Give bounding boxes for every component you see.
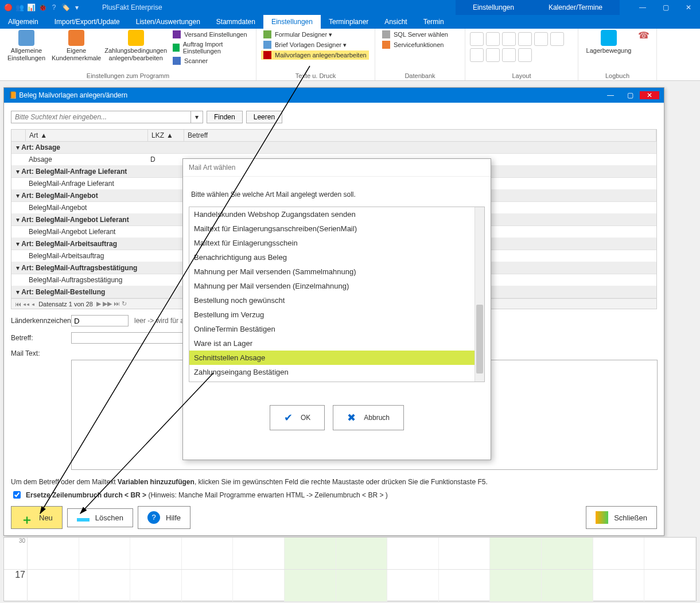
layout-icon[interactable] (518, 48, 532, 62)
list-item[interactable]: Mahnung per Mail versenden (Sammelmahnun… (189, 264, 484, 279)
layout-icon[interactable] (502, 48, 516, 62)
btn-import[interactable]: Auftrag Import Einstellungen (170, 40, 251, 55)
tag-icon[interactable]: 🏷️ (61, 3, 70, 12)
col-art: Art▲ (26, 130, 148, 141)
layout-icon[interactable] (518, 32, 532, 46)
help-button[interactable]: ?Hilfe (138, 506, 190, 529)
layout-icon[interactable] (550, 32, 564, 46)
context-tabs: Einstellungen Kalender/Termine (456, 0, 620, 15)
users-icon[interactable]: 👥 (15, 3, 24, 12)
flag-icon[interactable]: 🔴 (3, 3, 13, 12)
tab-import[interactable]: Import/Export/Update (46, 15, 128, 29)
group-row[interactable]: Art: Absage (11, 142, 656, 154)
btn-mailvorlagen[interactable]: Mailvorlagen anlegen/bearbeiten (261, 50, 369, 60)
variable-hint: Um dem Betreff oder dem Mailtext Variabl… (11, 478, 657, 486)
tab-listen[interactable]: Listen/Auswertungen (128, 15, 208, 29)
app-title: PlusFakt Enterprise (102, 3, 162, 11)
clear-button[interactable]: Leeren (246, 111, 282, 123)
calendar-strip[interactable]: 30 17 (3, 537, 697, 601)
tab-allgemein[interactable]: Allgemein (0, 15, 46, 29)
new-button[interactable]: ＋Neu (11, 506, 63, 529)
btn-service[interactable]: Servicefunktionen (380, 40, 450, 49)
chart-icon[interactable]: 📊 (26, 3, 36, 12)
title-bar: 🔴 👥 📊 🐞 ? 🏷️ ▾ PlusFakt Enterprise Einst… (0, 0, 700, 15)
btn-formular[interactable]: Formular Designer ▾ (261, 30, 369, 39)
btn-lager[interactable]: Lagerbewegung (583, 30, 635, 55)
list-item[interactable]: Ware ist an Lager (189, 336, 484, 351)
sw-close-icon[interactable]: ✕ (640, 91, 659, 99)
phone-icon[interactable]: ☎ (638, 30, 650, 41)
col-betreff: Betreff (184, 130, 656, 141)
quick-access-toolbar: 🔴 👥 📊 🐞 ? 🏷️ ▾ (0, 3, 85, 12)
bug-icon[interactable]: 🐞 (38, 3, 47, 12)
list-item[interactable]: Benachrichtigung aus Beleg (189, 250, 484, 264)
search-box[interactable]: ▾ (11, 111, 203, 123)
tab-ansicht[interactable]: Ansicht (376, 15, 415, 29)
layout-icon[interactable] (502, 32, 516, 46)
btn-allg-einst[interactable]: Allgemeine Einstellungen (5, 30, 48, 61)
search-input[interactable] (11, 111, 190, 123)
qat-dropdown-icon[interactable]: ▾ (72, 3, 81, 12)
layout-icon[interactable] (486, 48, 500, 62)
sw-maximize-icon[interactable]: ▢ (620, 91, 640, 99)
list-item[interactable]: OnlineTermin Bestätigen (189, 322, 484, 336)
ctx-tab-kalender[interactable]: Kalender/Termine (531, 0, 620, 15)
br-checkbox[interactable] (13, 491, 21, 499)
btn-brief[interactable]: Brief Vorlagen Designer ▾ (261, 40, 369, 49)
layout-icon[interactable] (470, 48, 484, 62)
maximize-icon[interactable]: ▢ (654, 0, 677, 15)
find-button[interactable]: Finden (207, 111, 243, 123)
btn-versand[interactable]: Versand Einstellungen (170, 30, 251, 39)
list-item[interactable]: Bestellung im Verzug (189, 308, 484, 322)
help-icon[interactable]: ? (49, 3, 59, 12)
mail-art-list[interactable]: Handelskunden Webshop Zugangsdaten sende… (189, 207, 485, 382)
grp-label: Einstellungen zum Programm (5, 71, 251, 80)
ok-button[interactable]: ✔OK (270, 405, 325, 430)
btn-scanner[interactable]: Scanner (170, 56, 251, 65)
list-item[interactable]: Zahlungseingang Bestätigen (189, 365, 484, 379)
close-icon[interactable]: ✕ (677, 0, 700, 15)
btn-sql[interactable]: SQL Server wählen (380, 30, 450, 39)
lkz-label: Länderkennzeichen (11, 317, 65, 325)
cancel-button[interactable]: ✖Abbruch (333, 405, 404, 430)
betreff-label: Betreff: (11, 334, 65, 342)
list-item[interactable]: Mailtext für Einlagerungsschein (189, 236, 484, 250)
col-lkz: LKZ▲ (148, 130, 184, 141)
list-item[interactable]: Mailtext für Einlagerungsanschreiben(Ser… (189, 221, 484, 236)
dialog-title: Mail Art wählen (183, 159, 491, 177)
list-item[interactable]: Handelskunden Webshop Zugangsdaten sende… (189, 207, 484, 221)
dialog-message: Bitte wählen Sie welche Art Mail angeleg… (183, 177, 491, 207)
mail-art-dialog: Mail Art wählen Bitte wählen Sie welche … (182, 158, 491, 460)
layout-icon[interactable] (486, 32, 500, 46)
tab-einstellungen[interactable]: Einstellungen (263, 15, 321, 29)
ctx-tab-einstellungen[interactable]: Einstellungen (456, 0, 531, 15)
list-item[interactable]: Mahnung per Mail versenden (Einzelmahnun… (189, 279, 484, 293)
ribbon-tabs: Allgemein Import/Export/Update Listen/Au… (0, 15, 700, 29)
delete-button[interactable]: Löschen (67, 508, 133, 527)
list-item[interactable]: Bestellung noch gewünscht (189, 293, 484, 308)
tab-termin[interactable]: Termin (415, 15, 452, 29)
close-button[interactable]: Schließen (586, 506, 657, 529)
lkz-input[interactable] (71, 315, 129, 326)
btn-zahlung[interactable]: Zahlungsbedingungen anlegen/bearbeiten (104, 30, 167, 61)
betreff-input[interactable] (71, 332, 192, 344)
layout-icon[interactable] (470, 32, 484, 46)
subwindow-title: Beleg Mailvorlagen anlegen/ändern (19, 91, 127, 99)
search-dropdown-icon[interactable]: ▾ (190, 111, 203, 123)
scrollbar[interactable] (475, 207, 484, 382)
tab-stammdaten[interactable]: Stammdaten (208, 15, 263, 29)
sw-minimize-icon[interactable]: — (601, 91, 620, 99)
ribbon: Allgemeine Einstellungen Eigene Kundenme… (0, 29, 700, 81)
layout-icon[interactable] (534, 32, 548, 46)
tab-terminplaner[interactable]: Terminplaner (321, 15, 376, 29)
folder-icon: 📙 (9, 91, 17, 99)
list-item[interactable]: Schnittstellen Absage (189, 351, 484, 365)
mailtext-label: Mail Text: (11, 349, 65, 357)
minimize-icon[interactable]: — (631, 0, 654, 15)
btn-kundenmerkmale[interactable]: Eigene Kundenmerkmale (52, 30, 101, 61)
